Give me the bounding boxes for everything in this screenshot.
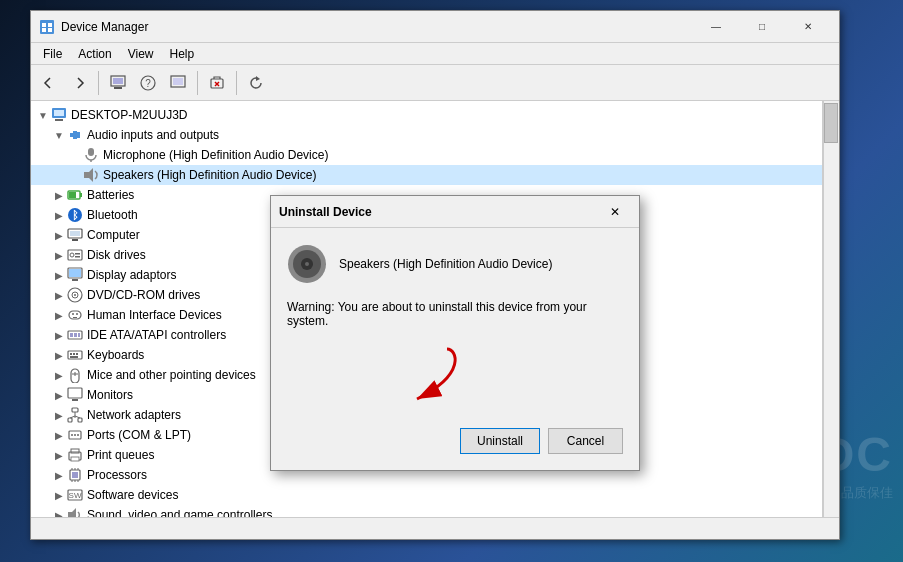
disk-label: Disk drives bbox=[87, 248, 146, 262]
title-bar-controls: — □ ✕ bbox=[693, 11, 831, 43]
back-button[interactable] bbox=[35, 69, 63, 97]
menu-help[interactable]: Help bbox=[162, 45, 203, 63]
uninstall-button[interactable]: Uninstall bbox=[460, 428, 540, 454]
refresh-button[interactable] bbox=[242, 69, 270, 97]
mice-label: Mice and other pointing devices bbox=[87, 368, 256, 382]
svg-rect-49 bbox=[73, 353, 75, 355]
software-label: Software devices bbox=[87, 488, 178, 502]
watermark-sub: 品质保佳 bbox=[841, 484, 893, 502]
svg-marker-79 bbox=[68, 508, 76, 517]
svg-rect-44 bbox=[70, 333, 73, 337]
batteries-label: Batteries bbox=[87, 188, 134, 202]
uninstall-button[interactable] bbox=[203, 69, 231, 97]
audio-label: Audio inputs and outputs bbox=[87, 128, 219, 142]
dialog-device-name: Speakers (High Definition Audio Device) bbox=[339, 257, 552, 271]
expand-batteries[interactable]: ▶ bbox=[51, 187, 67, 203]
expand-hid[interactable]: ▶ bbox=[51, 307, 67, 323]
menu-bar: File Action View Help bbox=[31, 43, 839, 65]
maximize-button[interactable]: □ bbox=[739, 11, 785, 43]
print-icon bbox=[67, 447, 83, 463]
svg-rect-28 bbox=[72, 239, 78, 241]
menu-view[interactable]: View bbox=[120, 45, 162, 63]
svg-rect-56 bbox=[72, 408, 78, 412]
cpu-icon bbox=[67, 467, 83, 483]
tree-root[interactable]: ▼ DESKTOP-M2UUJ3D bbox=[31, 105, 822, 125]
expand-bluetooth[interactable]: ▶ bbox=[51, 207, 67, 223]
expand-keyboards[interactable]: ▶ bbox=[51, 347, 67, 363]
svg-rect-34 bbox=[69, 269, 81, 277]
mouse-icon bbox=[67, 367, 83, 383]
computer-icon bbox=[51, 107, 67, 123]
expand-mice[interactable]: ▶ bbox=[51, 367, 67, 383]
close-button[interactable]: ✕ bbox=[785, 11, 831, 43]
expand-network[interactable]: ▶ bbox=[51, 407, 67, 423]
sound-label: Sound, video and game controllers bbox=[87, 508, 272, 517]
tree-audio[interactable]: ▼ Audio inputs and outputs bbox=[31, 125, 822, 145]
svg-rect-22 bbox=[80, 193, 82, 197]
dialog-speaker-icon bbox=[287, 244, 327, 284]
properties-button[interactable] bbox=[104, 69, 132, 97]
dvd-label: DVD/CD-ROM drives bbox=[87, 288, 200, 302]
tree-microphone[interactable]: ▶ Microphone (High Definition Audio Devi… bbox=[31, 145, 822, 165]
dialog-body: Speakers (High Definition Audio Device) … bbox=[271, 228, 639, 420]
svg-rect-46 bbox=[78, 333, 80, 337]
scan-button[interactable] bbox=[164, 69, 192, 97]
svg-point-65 bbox=[77, 434, 79, 436]
menu-action[interactable]: Action bbox=[70, 45, 119, 63]
svg-rect-48 bbox=[70, 353, 72, 355]
svg-rect-1 bbox=[42, 23, 46, 27]
svg-rect-42 bbox=[73, 317, 77, 318]
forward-button[interactable] bbox=[65, 69, 93, 97]
svg-text:?: ? bbox=[145, 78, 151, 89]
window-title: Device Manager bbox=[61, 20, 693, 34]
cancel-button[interactable]: Cancel bbox=[548, 428, 623, 454]
expand-print[interactable]: ▶ bbox=[51, 447, 67, 463]
expand-computer[interactable]: ▶ bbox=[51, 227, 67, 243]
svg-point-64 bbox=[74, 434, 76, 436]
svg-line-61 bbox=[75, 416, 80, 418]
expand-ports[interactable]: ▶ bbox=[51, 427, 67, 443]
dialog-title: Uninstall Device bbox=[279, 205, 599, 219]
software-icon: SW bbox=[67, 487, 83, 503]
expand-monitors[interactable]: ▶ bbox=[51, 387, 67, 403]
window-icon bbox=[39, 19, 55, 35]
dialog-title-bar: Uninstall Device ✕ bbox=[271, 196, 639, 228]
svg-rect-45 bbox=[74, 333, 77, 337]
expand-disk[interactable]: ▶ bbox=[51, 247, 67, 263]
computer-sm-icon bbox=[67, 227, 83, 243]
svg-point-41 bbox=[76, 313, 78, 315]
svg-rect-3 bbox=[42, 28, 46, 32]
uninstall-dialog: Uninstall Device ✕ Speakers (High Defini… bbox=[270, 195, 640, 471]
tree-software[interactable]: ▶ SW Software devices bbox=[31, 485, 822, 505]
vertical-scrollbar[interactable] bbox=[823, 101, 839, 517]
expand-processors[interactable]: ▶ bbox=[51, 467, 67, 483]
bluetooth-label: Bluetooth bbox=[87, 208, 138, 222]
minimize-button[interactable]: — bbox=[693, 11, 739, 43]
monitor-icon bbox=[67, 387, 83, 403]
dialog-close-button[interactable]: ✕ bbox=[599, 198, 631, 226]
red-arrow-svg bbox=[367, 344, 487, 404]
expand-dvd[interactable]: ▶ bbox=[51, 287, 67, 303]
status-bar bbox=[31, 517, 839, 539]
svg-point-40 bbox=[72, 313, 74, 315]
expand-ide[interactable]: ▶ bbox=[51, 327, 67, 343]
expand-root[interactable]: ▼ bbox=[35, 107, 51, 123]
display-icon bbox=[67, 267, 83, 283]
svg-rect-4 bbox=[48, 28, 52, 32]
tree-sound[interactable]: ▶ Sound, video and game controllers bbox=[31, 505, 822, 517]
svg-rect-51 bbox=[70, 356, 78, 358]
svg-rect-50 bbox=[76, 353, 78, 355]
menu-file[interactable]: File bbox=[35, 45, 70, 63]
toolbar-separator-3 bbox=[236, 71, 237, 95]
hid-icon bbox=[67, 307, 83, 323]
help-button[interactable]: ? bbox=[134, 69, 162, 97]
expand-sound[interactable]: ▶ bbox=[51, 507, 67, 517]
svg-marker-20 bbox=[84, 168, 93, 182]
svg-text:SW: SW bbox=[69, 491, 82, 500]
expand-audio[interactable]: ▼ bbox=[51, 127, 67, 143]
svg-rect-18 bbox=[88, 148, 94, 156]
expand-software[interactable]: ▶ bbox=[51, 487, 67, 503]
tree-speakers[interactable]: ▶ Speakers (High Definition Audio Device… bbox=[31, 165, 822, 185]
network-label: Network adapters bbox=[87, 408, 181, 422]
expand-display[interactable]: ▶ bbox=[51, 267, 67, 283]
